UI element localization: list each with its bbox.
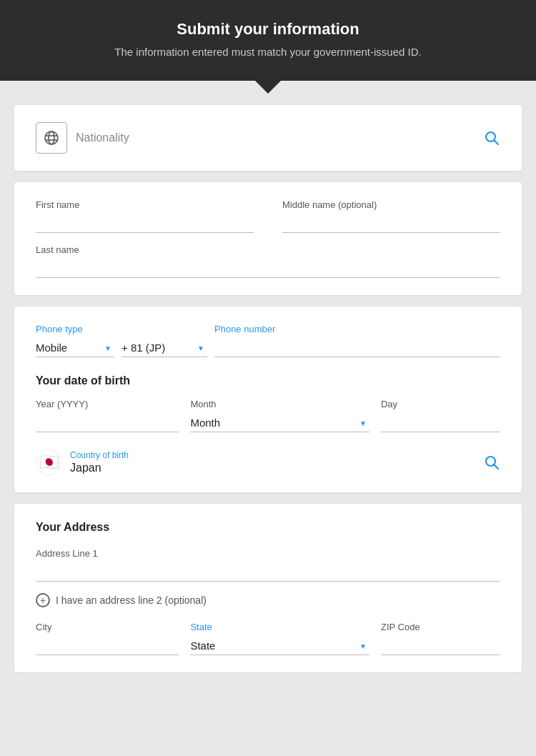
middle-name-group: Middle name (optional) — [282, 199, 500, 233]
address-line1-input[interactable] — [36, 563, 500, 582]
middle-name-input[interactable] — [282, 214, 500, 233]
dob-day-group: Day — [381, 399, 500, 432]
dob-row: Year (YYYY) Month Month January February… — [36, 399, 500, 432]
month-label: Month — [190, 399, 369, 409]
address-card: Your Address Address Line 1 + I have an … — [14, 504, 522, 672]
middle-name-label: Middle name (optional) — [282, 199, 500, 210]
search-icon — [483, 129, 500, 146]
svg-line-5 — [495, 141, 499, 145]
zip-group: ZIP Code — [381, 622, 500, 655]
globe-svg — [43, 129, 60, 146]
month-select-wrapper: Month January February March April May J… — [190, 414, 369, 432]
dob-year-group: Year (YYYY) — [36, 399, 179, 432]
year-input[interactable] — [36, 414, 179, 432]
state-select[interactable]: State — [190, 637, 369, 655]
address-line1-group: Address Line 1 — [36, 548, 500, 582]
day-label: Day — [381, 399, 500, 409]
country-of-birth-search-button[interactable] — [483, 454, 500, 471]
country-code-select[interactable]: + 81 (JP) + 1 (US) + 44 (UK) — [121, 339, 207, 357]
state-label: State — [190, 622, 369, 632]
phone-type-select-wrapper: Mobile Home Work ▼ — [36, 339, 114, 357]
page-header: Submit your information The information … — [0, 0, 536, 81]
day-input[interactable] — [381, 414, 500, 432]
nationality-search-button[interactable] — [483, 129, 500, 146]
dob-title: Your date of birth — [36, 374, 500, 387]
svg-point-1 — [49, 131, 54, 144]
nationality-card: Nationality — [14, 105, 522, 171]
cob-text-group: Country of birth Japan — [70, 450, 475, 474]
svg-line-7 — [495, 465, 499, 469]
phone-dob-card: Phone type Mobile Home Work ▼ + 81 (JP) … — [14, 307, 522, 492]
zip-input[interactable] — [381, 637, 500, 655]
last-name-group: Last name — [36, 244, 500, 278]
phone-row: Phone type Mobile Home Work ▼ + 81 (JP) … — [36, 324, 500, 357]
globe-icon — [36, 122, 67, 154]
cob-search-icon — [483, 454, 500, 471]
phone-type-group: Phone type Mobile Home Work ▼ — [36, 324, 114, 357]
phone-number-group: Phone number — [214, 324, 500, 357]
cob-value: Japan — [70, 462, 475, 474]
last-name-label: Last name — [36, 244, 500, 255]
city-state-zip-row: City State State ▼ ZIP Code — [36, 622, 500, 655]
country-code-group: + 81 (JP) + 1 (US) + 44 (UK) ▼ — [121, 339, 207, 357]
state-group: State State ▼ — [190, 622, 369, 655]
first-name-input[interactable] — [36, 214, 254, 233]
page-subtitle: The information entered must match your … — [29, 46, 507, 58]
first-name-group: First name — [36, 199, 254, 233]
address-line1-label: Address Line 1 — [36, 548, 500, 559]
year-label: Year (YYYY) — [36, 399, 179, 409]
plus-icon: + — [36, 593, 50, 607]
header-arrow — [255, 81, 281, 94]
month-select[interactable]: Month January February March April May J… — [190, 414, 369, 432]
city-group: City — [36, 622, 179, 655]
first-name-label: First name — [36, 199, 254, 210]
cob-label: Country of birth — [70, 450, 475, 460]
state-select-wrapper: State ▼ — [190, 637, 369, 655]
dob-section: Your date of birth Year (YYYY) Month Mon… — [36, 374, 500, 432]
phone-type-select[interactable]: Mobile Home Work — [36, 339, 114, 357]
country-code-select-wrapper: + 81 (JP) + 1 (US) + 44 (UK) ▼ — [121, 339, 207, 357]
last-name-input[interactable] — [36, 259, 500, 278]
phone-number-input[interactable] — [214, 339, 500, 357]
nationality-input-placeholder[interactable]: Nationality — [76, 131, 475, 144]
svg-point-0 — [45, 131, 58, 144]
add-address-line2-button[interactable]: + I have an address line 2 (optional) — [36, 593, 500, 607]
city-label: City — [36, 622, 179, 632]
phone-type-label: Phone type — [36, 324, 114, 334]
name-card: First name Middle name (optional) Last n… — [14, 182, 522, 295]
dob-month-group: Month Month January February March April… — [190, 399, 369, 432]
country-of-birth-row: 🇯🇵 Country of birth Japan — [36, 449, 500, 475]
address-title: Your Address — [36, 521, 500, 534]
city-input[interactable] — [36, 637, 179, 655]
add-line2-text: I have an address line 2 (optional) — [56, 595, 207, 606]
page-title: Submit your information — [29, 20, 507, 39]
zip-label: ZIP Code — [381, 622, 500, 632]
japan-flag-icon: 🇯🇵 — [36, 449, 61, 475]
phone-number-label: Phone number — [214, 324, 500, 334]
